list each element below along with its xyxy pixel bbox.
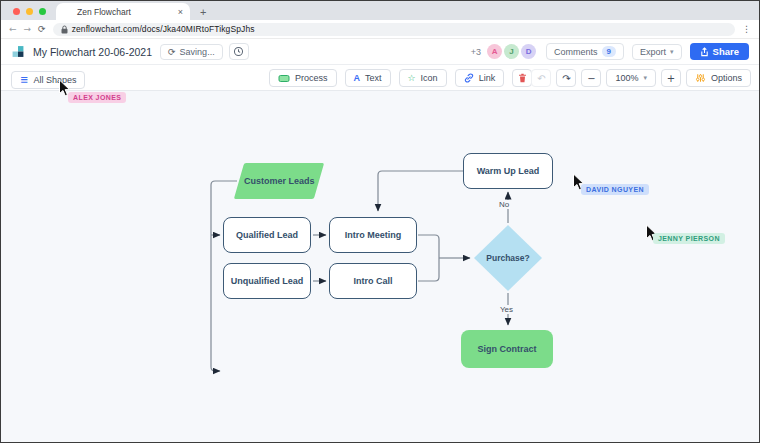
- forward-icon[interactable]: →: [24, 24, 32, 34]
- node-unqualified-lead[interactable]: Unqualified Lead: [223, 263, 311, 299]
- undo-icon: ↶: [537, 73, 545, 84]
- close-window-button[interactable]: [13, 8, 20, 15]
- avatar[interactable]: J: [504, 44, 519, 59]
- close-tab-icon[interactable]: ×: [178, 7, 183, 17]
- collaborator-overflow-count[interactable]: +3: [471, 47, 481, 57]
- node-label: Unqualified Lead: [231, 276, 304, 286]
- redo-button[interactable]: ↷: [556, 69, 576, 87]
- text-label: Text: [365, 73, 382, 83]
- node-qualified-lead[interactable]: Qualified Lead: [223, 217, 311, 253]
- share-button[interactable]: Share: [690, 43, 749, 60]
- node-intro-call[interactable]: Intro Call: [329, 263, 417, 299]
- share-icon: [700, 47, 709, 57]
- sync-icon: ⟳: [168, 47, 176, 57]
- new-tab-button[interactable]: +: [190, 6, 216, 20]
- export-label: Export: [640, 47, 666, 57]
- edge-label-yes: Yes: [498, 305, 515, 314]
- reload-icon[interactable]: ⟳: [38, 24, 46, 34]
- zoom-level-value: 100%: [615, 73, 638, 83]
- node-customer-leads[interactable]: Customer Leads: [234, 163, 324, 199]
- app-header: My Flowchart 20-06-2021 ⟳ Saving... +3 A…: [1, 39, 759, 65]
- avatar[interactable]: A: [487, 44, 502, 59]
- minimize-window-button[interactable]: [26, 8, 33, 15]
- options-label: Options: [711, 73, 742, 83]
- process-shape-button[interactable]: Process: [269, 69, 337, 87]
- browser-urlbar-row: ← → ⟳ zenflowchart.com/docs/Jka40MIRtoFT…: [1, 20, 759, 39]
- star-icon: ☆: [408, 73, 416, 83]
- browser-menu-icon[interactable]: ⋮: [742, 24, 751, 34]
- browser-tabstrip: Zen Flowchart × +: [1, 1, 759, 20]
- node-intro-meeting[interactable]: Intro Meeting: [329, 217, 417, 253]
- browser-tab[interactable]: Zen Flowchart ×: [56, 3, 190, 20]
- all-shapes-button[interactable]: ≡ All Shapes: [11, 71, 85, 89]
- comments-label: Comments: [554, 47, 598, 57]
- redo-icon: ↷: [562, 73, 570, 84]
- history-clock-icon: [233, 46, 244, 57]
- node-label: Sign Contract: [477, 344, 536, 354]
- url-text: zenflowchart.com/docs/Jka40MIRtoFTikgSpJ…: [72, 24, 255, 34]
- options-button[interactable]: Options: [686, 69, 751, 87]
- sliders-icon: [695, 73, 706, 83]
- link-icon: [464, 73, 474, 83]
- lock-icon: [61, 25, 68, 34]
- maximize-window-button[interactable]: [39, 8, 46, 15]
- edge-label-no: No: [497, 200, 511, 209]
- back-icon[interactable]: ←: [9, 24, 17, 34]
- shape-toolbar: ≡ All Shapes Process A Text ☆ Icon: [1, 65, 759, 91]
- node-label: Qualified Lead: [236, 230, 298, 240]
- version-history-button[interactable]: [229, 43, 249, 60]
- text-tool-button[interactable]: A Text: [345, 69, 391, 87]
- saving-label: Saving...: [180, 47, 215, 57]
- url-input[interactable]: zenflowchart.com/docs/Jka40MIRtoFTikgSpJ…: [53, 23, 735, 36]
- node-sign-contract[interactable]: Sign Contract: [461, 330, 553, 368]
- node-purchase-decision[interactable]: Purchase?: [474, 225, 542, 291]
- link-label: Link: [479, 73, 496, 83]
- menu-icon: ≡: [20, 74, 28, 85]
- collaborator-label-alex: ALEX JONES: [68, 92, 126, 103]
- window-controls: [1, 8, 56, 20]
- chevron-down-icon: ▾: [670, 48, 674, 56]
- collaborator-label-jenny: JENNY PIERSON: [653, 233, 725, 244]
- node-label: Customer Leads: [244, 176, 315, 186]
- node-label: Intro Call: [353, 276, 392, 286]
- comments-button[interactable]: Comments 9: [546, 43, 624, 60]
- share-label: Share: [713, 46, 739, 57]
- tab-title: Zen Flowchart: [63, 7, 173, 17]
- link-tool-button[interactable]: Link: [455, 69, 505, 87]
- node-label: Purchase?: [486, 253, 529, 263]
- text-tool-icon: A: [354, 73, 361, 83]
- zoom-level-dropdown[interactable]: 100% ▾: [606, 69, 656, 87]
- process-label: Process: [295, 73, 328, 83]
- node-label: Intro Meeting: [345, 230, 402, 240]
- trash-icon: [518, 73, 527, 83]
- app-window: Zen Flowchart × + ← → ⟳ zenflowchart.com…: [0, 0, 760, 443]
- export-button[interactable]: Export ▾: [632, 44, 682, 60]
- collaborator-label-david: DAVID NGUYEN: [581, 184, 649, 195]
- undo-button[interactable]: ↶: [531, 69, 551, 87]
- icon-label: Icon: [421, 73, 438, 83]
- minus-icon: −: [587, 73, 595, 84]
- node-label: Warm Up Lead: [477, 166, 540, 176]
- comments-count-badge: 9: [602, 46, 616, 57]
- zoom-in-button[interactable]: +: [661, 69, 681, 87]
- node-warm-up-lead[interactable]: Warm Up Lead: [463, 153, 553, 189]
- document-title[interactable]: My Flowchart 20-06-2021: [33, 46, 152, 58]
- flowchart-canvas[interactable]: Customer Leads Qualified Lead Unqualifie…: [1, 91, 760, 443]
- icon-tool-button[interactable]: ☆ Icon: [399, 69, 447, 87]
- delete-button[interactable]: [512, 69, 532, 87]
- zoom-out-button[interactable]: −: [581, 69, 601, 87]
- plus-icon: +: [667, 73, 675, 84]
- saving-status: ⟳ Saving...: [160, 44, 223, 60]
- zenflowchart-logo: [11, 45, 25, 58]
- chevron-down-icon: ▾: [643, 74, 647, 82]
- avatar[interactable]: D: [521, 44, 536, 59]
- process-shape-icon: [278, 74, 290, 83]
